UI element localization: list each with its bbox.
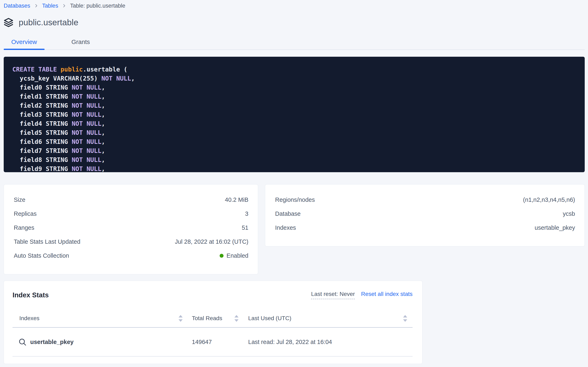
column-header-label: Total Reads [192, 315, 222, 322]
stat-row: Replicas3 [14, 207, 248, 221]
sort-carets-icon [403, 315, 407, 322]
page-header: public.usertable [4, 18, 585, 27]
stat-label: Database [275, 210, 301, 217]
sort-carets-icon [179, 315, 183, 322]
chevron-right-icon [62, 3, 66, 8]
database-details-card: Regions/nodes(n1,n2,n3,n4,n5,n6)Database… [265, 184, 585, 246]
stat-value: 3 [245, 210, 248, 217]
sql-code-line: field3 STRING NOT NULL, [12, 110, 577, 119]
stat-label: Ranges [14, 224, 34, 231]
stat-row: Auto Stats CollectionEnabled [14, 249, 248, 263]
tab-grants[interactable]: Grants [60, 38, 101, 50]
sql-code-line: field2 STRING NOT NULL, [12, 101, 577, 110]
column-header-total-reads[interactable]: Total Reads [185, 309, 241, 327]
table-details-card: Size40.2 MiBReplicas3Ranges51Table Stats… [4, 184, 258, 274]
breadcrumb: DatabasesTablesTable: public.usertable [4, 2, 585, 9]
stat-value: Enabled [220, 252, 248, 259]
tab-overview[interactable]: Overview [4, 38, 45, 50]
stat-row: Databaseycsb [275, 207, 575, 221]
stat-label: Size [14, 196, 25, 203]
stat-value: 51 [242, 224, 248, 231]
stat-label: Regions/nodes [275, 196, 315, 203]
sql-code-line: field9 STRING NOT NULL, [12, 164, 577, 172]
stat-row: Size40.2 MiB [14, 193, 248, 207]
breadcrumb-item-tables[interactable]: Tables [42, 3, 58, 9]
last-used-value: Last read: Jul 28, 2022 at 16:04 [241, 339, 413, 345]
breadcrumb-item-databases[interactable]: Databases [4, 3, 30, 9]
index-stats-header: Index Stats Last reset: Never Reset all … [13, 291, 413, 299]
stat-row: Ranges51 [14, 221, 248, 235]
search-icon [18, 338, 27, 346]
column-header-last-used-utc-[interactable]: Last Used (UTC) [241, 309, 413, 327]
stat-row: Indexesusertable_pkey [275, 221, 575, 235]
stat-label: Table Stats Last Updated [14, 238, 80, 245]
breadcrumb-item-table-public-usertable: Table: public.usertable [70, 3, 125, 9]
sql-code-line: ycsb_key VARCHAR(255) NOT NULL, [12, 74, 577, 83]
index-table-body: usertable_pkey149647Last read: Jul 28, 2… [13, 328, 413, 357]
sql-code-line: field0 STRING NOT NULL, [12, 83, 577, 92]
stat-label: Auto Stats Collection [14, 252, 69, 259]
stat-label: Indexes [275, 224, 296, 231]
layers-icon [4, 18, 13, 27]
tab-bar: OverviewGrants [4, 38, 585, 50]
sql-code-line: field5 STRING NOT NULL, [12, 128, 577, 137]
index-stats-title: Index Stats [13, 291, 49, 299]
index-name-link[interactable]: usertable_pkey [30, 339, 74, 345]
column-header-label: Indexes [19, 315, 40, 322]
column-header-indexes[interactable]: Indexes [13, 309, 185, 327]
page-title: public.usertable [19, 18, 78, 27]
sql-code-line: field8 STRING NOT NULL, [12, 155, 577, 164]
stat-row: Regions/nodes(n1,n2,n3,n4,n5,n6) [275, 193, 575, 207]
last-reset-label[interactable]: Last reset: Never [311, 291, 355, 299]
sql-code-line: field4 STRING NOT NULL, [12, 119, 577, 128]
sort-carets-icon [234, 315, 239, 322]
sql-code-line: CREATE TABLE public.usertable ( [12, 65, 577, 74]
sql-code-line: field6 STRING NOT NULL, [12, 137, 577, 146]
create-statement-code-block: CREATE TABLE public.usertable ( ycsb_key… [4, 57, 585, 172]
table-detail-page: DatabasesTablesTable: public.usertable p… [0, 0, 588, 364]
stat-value: 40.2 MiB [225, 196, 248, 203]
total-reads-value: 149647 [185, 339, 241, 345]
index-table-header: IndexesTotal ReadsLast Used (UTC) [13, 309, 413, 328]
stat-value: usertable_pkey [535, 224, 575, 231]
index-stats-card: Index Stats Last reset: Never Reset all … [4, 281, 422, 364]
status-dot [220, 254, 224, 258]
stat-value: Jul 28, 2022 at 16:02 (UTC) [175, 238, 248, 245]
stat-label: Replicas [14, 210, 37, 217]
sql-code-line: field7 STRING NOT NULL, [12, 146, 577, 155]
column-header-label: Last Used (UTC) [248, 315, 291, 322]
stat-value: (n1,n2,n3,n4,n5,n6) [523, 196, 575, 203]
chevron-right-icon [34, 3, 38, 8]
table-row: usertable_pkey149647Last read: Jul 28, 2… [13, 328, 413, 357]
sql-code-line: field1 STRING NOT NULL, [12, 92, 577, 101]
details-cards-row: Size40.2 MiBReplicas3Ranges51Table Stats… [4, 184, 585, 274]
stat-row: Table Stats Last UpdatedJul 28, 2022 at … [14, 235, 248, 249]
index-name-cell: usertable_pkey [13, 338, 185, 346]
stat-value: ycsb [563, 210, 575, 217]
reset-all-index-stats-link[interactable]: Reset all index stats [361, 291, 413, 297]
index-stats-reset-area: Last reset: Never Reset all index stats [311, 291, 413, 299]
